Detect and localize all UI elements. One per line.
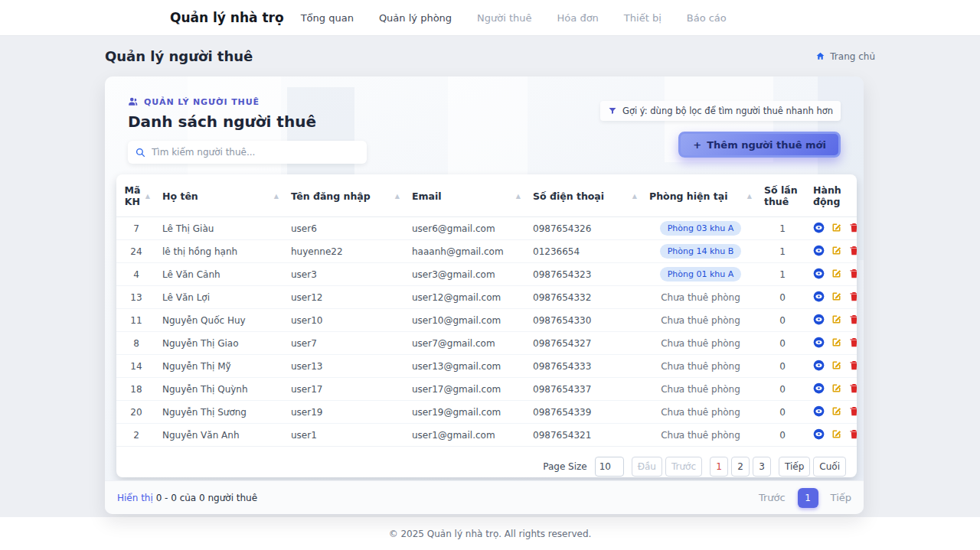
column-header-3[interactable]: Email▲ (406, 174, 527, 217)
page-size-label: Page Size (543, 461, 587, 472)
cell-phone: 0987654332 (527, 286, 643, 309)
view-icon[interactable] (813, 405, 825, 417)
edit-icon[interactable] (831, 268, 842, 279)
footer-current-page[interactable]: 1 (798, 488, 818, 508)
cell-room: Chưa thuê phòng (643, 309, 758, 332)
room-badge: Phòng 03 khu A (660, 221, 742, 236)
column-label: Họ tên (162, 190, 198, 202)
delete-icon[interactable] (848, 314, 857, 325)
app-brand[interactable]: Quản lý nhà trọ (170, 10, 284, 25)
home-icon (815, 51, 825, 61)
cell-username: user1 (285, 424, 406, 447)
edit-icon[interactable] (831, 222, 842, 233)
cell-actions (807, 263, 857, 286)
view-icon[interactable] (813, 245, 825, 256)
cell-rent-count: 1 (758, 263, 807, 286)
view-icon[interactable] (813, 314, 825, 325)
column-header-2[interactable]: Tên đăng nhập▲ (285, 174, 406, 217)
column-header-4[interactable]: Số điện thoại▲ (527, 174, 643, 217)
nav-item-3[interactable]: Hóa đơn (557, 12, 599, 24)
cell-room: Chưa thuê phòng (643, 286, 758, 309)
table-row: 11Nguyễn Quốc Huyuser10user10@gmail.com0… (116, 309, 857, 332)
delete-icon[interactable] (848, 405, 857, 417)
delete-icon[interactable] (848, 291, 857, 302)
cell-rent-count: 0 (758, 424, 807, 447)
edit-icon[interactable] (831, 291, 842, 302)
edit-icon[interactable] (831, 337, 842, 348)
nav-item-4[interactable]: Thiết bị (624, 12, 662, 24)
cell-name: Lê Văn Lợi (156, 286, 285, 309)
cell-email: user19@gmail.com (406, 401, 527, 424)
cell-actions (807, 332, 857, 355)
edit-icon[interactable] (831, 360, 842, 371)
breadcrumb-label: Trang chủ (830, 51, 875, 62)
column-header-7: Hành động (807, 174, 857, 217)
nav-item-0[interactable]: Tổng quan (301, 12, 354, 24)
delete-icon[interactable] (848, 428, 857, 440)
edit-icon[interactable] (831, 382, 842, 394)
search-input[interactable] (152, 147, 359, 158)
search-icon (136, 148, 145, 158)
view-icon[interactable] (813, 268, 825, 279)
pagination-page-1[interactable]: 1 (710, 457, 728, 477)
breadcrumb[interactable]: Trang chủ (815, 51, 875, 62)
view-icon[interactable] (813, 382, 825, 394)
cell-name: Nguyễn Thị Quỳnh (156, 378, 285, 401)
pagination-next-button[interactable]: Tiếp (779, 457, 810, 477)
add-tenant-button[interactable]: + Thêm người thuê mới (678, 132, 841, 158)
delete-icon[interactable] (848, 268, 857, 279)
cell-room: Phòng 14 khu B (643, 240, 758, 263)
edit-icon[interactable] (831, 405, 842, 417)
room-badge: Phòng 01 khu A (660, 267, 742, 282)
delete-icon[interactable] (848, 337, 857, 348)
cell-email: haaanh@gmail.com (406, 240, 527, 263)
pagination-prev-button[interactable]: Trước (665, 457, 702, 477)
pagination-last-button[interactable]: Cuối (813, 457, 846, 477)
cell-email: user13@gmail.com (406, 355, 527, 378)
display-label[interactable]: Hiển thị (117, 493, 153, 503)
delete-icon[interactable] (848, 360, 857, 371)
copyright-text: © 2025 Quản lý nhà trọ. All rights reser… (389, 529, 592, 539)
cell-rent-count: 1 (758, 240, 807, 263)
delete-icon[interactable] (848, 245, 857, 256)
content-area: Quản lý người thuê Trang chủ QUẢN LÝ NGƯ… (0, 36, 980, 517)
footer-next-button[interactable]: Tiếp (831, 492, 851, 503)
card-footer: Hiển thị 0 - 0 của 0 người thuê Trước 1 … (105, 480, 864, 514)
column-header-1[interactable]: Họ tên▲ (156, 174, 285, 217)
footer-prev-button[interactable]: Trước (759, 492, 786, 503)
delete-icon[interactable] (848, 382, 857, 394)
column-label: Số lần thuê (764, 184, 801, 207)
cell-email: user3@gmail.com (406, 263, 527, 286)
pagination-first-button[interactable]: Đầu (632, 457, 662, 477)
cell-name: Lê Thị Giàu (156, 217, 285, 240)
view-icon[interactable] (813, 337, 825, 348)
view-icon[interactable] (813, 222, 825, 233)
filter-icon (608, 106, 617, 116)
pagination-page-2[interactable]: 2 (731, 457, 750, 477)
column-header-6: Số lần thuê (758, 174, 807, 217)
view-icon[interactable] (813, 360, 825, 371)
edit-icon[interactable] (831, 314, 842, 325)
tenant-table: Mã KH▲Họ tên▲Tên đăng nhập▲Email▲Số điện… (116, 174, 857, 447)
delete-icon[interactable] (848, 222, 857, 233)
cell-name: Nguyễn Quốc Huy (156, 309, 285, 332)
column-header-0[interactable]: Mã KH▲ (116, 174, 156, 217)
sort-icon: ▲ (632, 193, 637, 200)
search-box (128, 141, 367, 164)
view-icon[interactable] (813, 428, 825, 440)
cell-email: user6@gmail.com (406, 217, 527, 240)
pagination-page-3[interactable]: 3 (753, 457, 771, 477)
column-header-5[interactable]: Phòng hiện tại▲ (643, 174, 758, 217)
nav-item-1[interactable]: Quản lý phòng (379, 12, 452, 24)
cell-rent-count: 0 (758, 309, 807, 332)
cell-actions (807, 401, 857, 424)
nav-item-2[interactable]: Người thuê (477, 12, 532, 24)
edit-icon[interactable] (831, 245, 842, 256)
page-size-input[interactable] (595, 457, 624, 477)
nav-item-5[interactable]: Báo cáo (687, 12, 727, 24)
cell-username: user3 (285, 263, 406, 286)
cell-username: user17 (285, 378, 406, 401)
edit-icon[interactable] (831, 428, 842, 440)
view-icon[interactable] (813, 291, 825, 302)
cell-actions (807, 355, 857, 378)
